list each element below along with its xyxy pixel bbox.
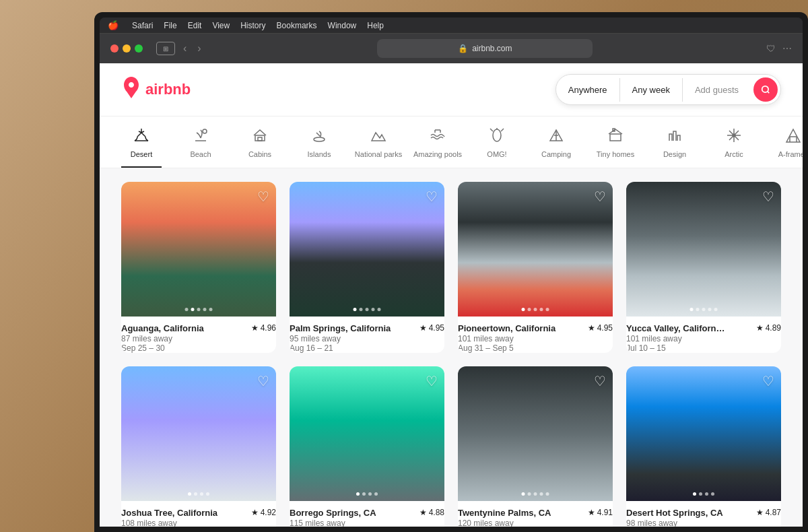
favorite-button[interactable]: ♡ bbox=[257, 373, 269, 389]
listing-info: Pioneertown, California ★ 4.95 101 miles… bbox=[458, 317, 613, 353]
close-window-button[interactable] bbox=[110, 44, 119, 53]
listing-location: Borrego Springs, CA bbox=[290, 508, 376, 518]
listing-card[interactable]: ♡ Borrego Springs, CA ★ 4.88 115 miles a… bbox=[290, 366, 444, 527]
airbnb-header: airbnb Anywhere Any week Add guests bbox=[100, 63, 803, 117]
listing-location: Desert Hot Springs, CA bbox=[626, 508, 723, 518]
carousel-dot bbox=[366, 308, 369, 311]
edit-menu[interactable]: Edit bbox=[188, 21, 202, 30]
listing-card[interactable]: ♡ Aguanga, California ★ 4.96 87 miles aw… bbox=[121, 182, 276, 353]
category-a-frames[interactable]: A-frames bbox=[773, 127, 803, 168]
favorite-button[interactable]: ♡ bbox=[762, 373, 774, 389]
carousel-dot bbox=[696, 308, 700, 311]
category-label: A-frames bbox=[778, 150, 803, 158]
screen-bezel: 🍎 Safari File Edit View History Bookmark… bbox=[94, 12, 808, 532]
category-amazing-pools[interactable]: Amazing pools bbox=[417, 127, 458, 168]
listing-image: ♡ bbox=[290, 182, 444, 317]
listing-image: ♡ bbox=[121, 366, 276, 501]
add-guests-pill[interactable]: Add guests bbox=[683, 78, 751, 102]
listing-card[interactable]: ♡ Twentynine Palms, CA ★ 4.91 120 miles … bbox=[458, 366, 613, 527]
carousel-dot bbox=[191, 308, 195, 311]
shield-icon[interactable]: 🛡 bbox=[766, 43, 776, 54]
browser-chrome: 🍎 Safari File Edit View History Bookmark… bbox=[100, 18, 803, 527]
apple-menu[interactable]: 🍎 bbox=[108, 20, 119, 30]
listing-rating: ★ 4.96 bbox=[251, 323, 276, 333]
carousel-dot bbox=[374, 492, 378, 496]
carousel-dot bbox=[534, 492, 537, 496]
maximize-window-button[interactable] bbox=[135, 44, 143, 53]
listing-rating: ★ 4.95 bbox=[588, 323, 613, 333]
listing-image: ♡ bbox=[458, 366, 613, 501]
listing-rating: ★ 4.87 bbox=[756, 508, 781, 517]
view-menu[interactable]: View bbox=[212, 21, 230, 30]
listing-rating: ★ 4.91 bbox=[588, 508, 613, 517]
favorite-button[interactable]: ♡ bbox=[762, 189, 774, 205]
category-label: Islands bbox=[308, 150, 331, 158]
forward-button[interactable]: › bbox=[195, 41, 203, 56]
listing-card[interactable]: ♡ Palm Springs, California ★ 4.95 95 mil… bbox=[290, 182, 444, 353]
listing-distance: 120 miles away bbox=[458, 519, 613, 527]
carousel-dot bbox=[534, 308, 537, 311]
back-button[interactable]: ‹ bbox=[180, 41, 189, 56]
listing-card[interactable]: ♡ Yucca Valley, Californ… ★ 4.89 101 mil… bbox=[626, 182, 781, 353]
carousel-dot bbox=[197, 308, 201, 311]
address-bar-area: 🔒 airbnb.com bbox=[212, 39, 758, 58]
listing-photo bbox=[121, 366, 276, 501]
category-omg[interactable]: OMG! bbox=[477, 127, 517, 168]
carousel-dots bbox=[693, 492, 714, 496]
favorite-button[interactable]: ♡ bbox=[426, 373, 438, 389]
window-menu[interactable]: Window bbox=[328, 21, 357, 30]
listing-info: Desert Hot Springs, CA ★ 4.87 98 miles a… bbox=[626, 501, 781, 527]
listing-card[interactable]: ♡ Pioneertown, California ★ 4.95 101 mil… bbox=[458, 182, 613, 353]
category-beach[interactable]: Beach bbox=[180, 127, 221, 168]
listing-rating: ★ 4.95 bbox=[419, 323, 444, 333]
carousel-dot bbox=[705, 492, 708, 496]
any-week-pill[interactable]: Any week bbox=[620, 78, 683, 102]
listing-card[interactable]: ♡ Desert Hot Springs, CA ★ 4.87 98 miles… bbox=[626, 366, 781, 527]
airbnb-logo[interactable]: airbnb bbox=[121, 77, 191, 103]
carousel-dot bbox=[203, 308, 207, 311]
listing-title-row: Desert Hot Springs, CA ★ 4.87 bbox=[626, 508, 781, 518]
category-arctic[interactable]: Arctic bbox=[714, 127, 754, 168]
category-design[interactable]: Design bbox=[654, 127, 695, 168]
carousel-dots bbox=[522, 308, 549, 311]
category-national-parks[interactable]: National parks bbox=[358, 127, 399, 168]
file-menu[interactable]: File bbox=[164, 21, 176, 30]
svg-point-1 bbox=[203, 129, 207, 133]
safari-menu[interactable]: Safari bbox=[132, 21, 153, 30]
listing-distance: 87 miles away bbox=[121, 334, 276, 343]
favorite-button[interactable]: ♡ bbox=[594, 189, 606, 205]
category-label: Cabins bbox=[248, 150, 271, 158]
arctic-icon bbox=[726, 127, 742, 146]
category-label: Tiny homes bbox=[597, 150, 634, 158]
cabins-icon bbox=[252, 127, 268, 146]
listings-grid: ♡ Aguanga, California ★ 4.96 87 miles aw… bbox=[100, 168, 803, 527]
favorite-button[interactable]: ♡ bbox=[257, 189, 269, 205]
carousel-dot bbox=[360, 308, 363, 311]
minimize-window-button[interactable] bbox=[123, 44, 131, 53]
history-menu[interactable]: History bbox=[240, 21, 265, 30]
search-bar[interactable]: Anywhere Any week Add guests bbox=[556, 74, 781, 105]
search-button[interactable] bbox=[753, 77, 778, 102]
anywhere-pill[interactable]: Anywhere bbox=[556, 78, 620, 102]
sidebar-toggle-button[interactable]: ⊞ bbox=[156, 42, 175, 55]
carousel-dot bbox=[522, 492, 525, 496]
listing-card[interactable]: ♡ Joshua Tree, California ★ 4.92 108 mil… bbox=[121, 366, 276, 527]
star-icon: ★ bbox=[419, 323, 427, 333]
listing-image: ♡ bbox=[121, 182, 276, 317]
favorite-button[interactable]: ♡ bbox=[426, 189, 438, 205]
favorite-button[interactable]: ♡ bbox=[594, 373, 606, 389]
help-menu[interactable]: Help bbox=[367, 21, 384, 30]
category-tiny-homes[interactable]: Tiny homes bbox=[595, 127, 636, 168]
category-cabins[interactable]: Cabins bbox=[240, 127, 280, 168]
listing-image: ♡ bbox=[458, 182, 613, 317]
address-bar[interactable]: 🔒 airbnb.com bbox=[377, 39, 593, 58]
category-desert[interactable]: Desert bbox=[121, 127, 162, 168]
category-label: Design bbox=[663, 150, 686, 158]
desert-icon bbox=[133, 127, 149, 146]
listing-photo bbox=[121, 182, 276, 317]
extensions-icon[interactable]: ⋯ bbox=[782, 43, 792, 54]
category-islands[interactable]: Islands bbox=[299, 127, 339, 168]
category-camping[interactable]: Camping bbox=[536, 127, 576, 168]
traffic-lights bbox=[110, 44, 143, 53]
bookmarks-menu[interactable]: Bookmarks bbox=[277, 21, 317, 30]
